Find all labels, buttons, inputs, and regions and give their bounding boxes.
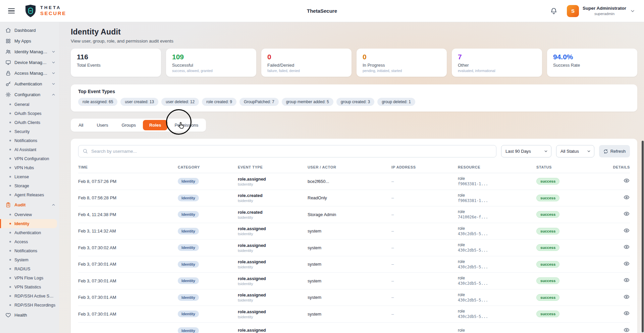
sidebar-item-health[interactable]: Health [0, 310, 59, 320]
cell-category: Identity [178, 294, 238, 301]
sidebar-item-identity[interactable]: Identity [0, 219, 57, 228]
top-event-types-panel: Top Event Types role assigned: 65user cr… [71, 84, 637, 112]
details-eye-icon[interactable] [623, 211, 630, 217]
sidebar-item-oauth-clients[interactable]: OAuth Clients [0, 118, 59, 127]
tab-groups[interactable]: Groups [115, 120, 142, 130]
details-eye-icon[interactable] [623, 227, 630, 234]
column-header: STATUS [536, 165, 603, 173]
sidebar-item-security[interactable]: Security [0, 127, 59, 136]
bullet-dot-icon [9, 167, 11, 169]
brand-logo[interactable]: THETA SECURE [24, 4, 66, 18]
bullet-dot-icon [9, 149, 11, 150]
sidebar-item-label: Health [14, 313, 27, 318]
notifications-bell-icon[interactable] [550, 7, 557, 15]
sidebar-item-vpn-configuration[interactable]: VPN Configuration [0, 154, 59, 163]
key-icon [5, 81, 11, 87]
sidebar: Dashboard My Apps Identity Management De… [0, 22, 59, 333]
sidebar-item-access[interactable]: Access [0, 237, 59, 246]
sidebar-item-system[interactable]: System [0, 255, 59, 264]
column-header: DETAILS [613, 165, 630, 173]
details-eye-icon[interactable] [623, 178, 630, 184]
stat-label: Total Events [77, 63, 155, 68]
bullet-dot-icon [9, 250, 11, 252]
sidebar-item-notifications[interactable]: Notifications [0, 246, 59, 255]
tab-users[interactable]: Users [90, 120, 114, 130]
details-eye-icon[interactable] [623, 244, 630, 251]
sidebar-item-authentication[interactable]: Authentication [0, 228, 59, 237]
chevron-down-icon [51, 60, 56, 65]
stat-card: 94.0% Success Rate [547, 49, 637, 77]
cell-event-type: role.assigned [238, 328, 308, 333]
avatar: S [567, 5, 579, 17]
sidebar-item-radius[interactable]: RADIUS [0, 264, 59, 273]
event-type-chip: group deleted: 1 [377, 98, 415, 106]
cell-ip-address: – [391, 278, 458, 283]
search-icon [83, 148, 88, 154]
sidebar-item-label: System [14, 258, 29, 262]
hamburger-menu-icon[interactable] [8, 7, 17, 15]
lock-icon [5, 70, 11, 76]
sidebar-item-ai-assistant[interactable]: AI Assistant [0, 145, 59, 154]
tab-all[interactable]: All [72, 120, 90, 130]
details-eye-icon[interactable] [623, 261, 630, 267]
cell-user-actor: bce2f650... [308, 179, 391, 184]
sidebar-item-rdp-ssh-recordings[interactable]: RDP/SSH Recordings [0, 301, 59, 310]
cell-category: Identity [178, 178, 238, 185]
refresh-button[interactable]: Refresh [599, 145, 630, 157]
sidebar-item-storage[interactable]: Storage [0, 181, 59, 190]
sidebar-item-license[interactable]: License [0, 172, 59, 181]
sidebar-item-notifications[interactable]: Notifications [0, 136, 59, 145]
sidebar-item-access-management[interactable]: Access Management [0, 68, 59, 78]
sidebar-item-label: Dashboard [14, 28, 36, 33]
stat-value: 109 [172, 53, 250, 61]
sidebar-item-audit[interactable]: Audit [0, 199, 59, 210]
sidebar-item-agent-releases[interactable]: Agent Releases [0, 190, 59, 199]
sidebar-item-oauth-scopes[interactable]: OAuth Scopes [0, 109, 59, 118]
sidebar-item-label: VPN Hubs [14, 165, 34, 170]
bullet-dot-icon [9, 295, 11, 297]
status-select[interactable]: All Status [556, 145, 594, 157]
sidebar-item-rdp-ssh-active-sessi[interactable]: RDP/SSH Active Sessi... [0, 291, 59, 301]
cell-status: success [536, 261, 603, 268]
event-type-chip: user created: 13 [120, 98, 158, 106]
details-eye-icon[interactable] [623, 327, 630, 333]
page-scrollbar[interactable] [642, 141, 644, 332]
sidebar-item-identity-management[interactable]: Identity Management [0, 46, 59, 57]
sidebar-item-device-management[interactable]: Device Management [0, 57, 59, 68]
details-eye-icon[interactable] [623, 294, 630, 301]
bullet-dot-icon [9, 214, 11, 215]
user-menu[interactable]: S Super Administrator superadmin [567, 5, 635, 17]
sidebar-item-authentication[interactable]: Authentication [0, 78, 59, 89]
details-eye-icon[interactable] [623, 310, 630, 317]
sidebar-item-general[interactable]: General [0, 100, 59, 109]
chevron-down-icon [51, 50, 56, 54]
details-eye-icon[interactable] [623, 194, 630, 201]
sidebar-item-dashboard[interactable]: Dashboard [0, 25, 59, 36]
details-eye-icon[interactable] [623, 277, 630, 284]
sidebar-item-configuration[interactable]: Configuration [0, 89, 59, 100]
cell-ip-address: – [391, 195, 458, 200]
stat-label: In Progress [363, 63, 441, 68]
stat-label: Successful [172, 63, 250, 68]
stat-value: 0 [267, 53, 345, 61]
sidebar-item-vpn-statistics[interactable]: VPN Statistics [0, 282, 59, 291]
search-input[interactable] [78, 145, 496, 157]
sidebar-item-vpn-flow-logs[interactable]: VPN Flow Logs [0, 273, 59, 282]
tab-permissions[interactable]: Permissions [168, 120, 205, 130]
cell-resource: role 430c2db5-5... [458, 259, 536, 269]
sidebar-item-label: Configuration [14, 92, 40, 97]
tab-roles[interactable]: Roles [143, 120, 167, 130]
date-range-select[interactable]: Last 90 Days [501, 145, 551, 157]
cell-resource: role 430c2db5-5... [458, 309, 536, 319]
status-badge: success [536, 195, 559, 201]
sidebar-item-label: Security [14, 129, 30, 134]
sidebar-item-overview[interactable]: Overview [0, 210, 59, 219]
top-event-types-title: Top Event Types [78, 89, 630, 94]
bullet-dot-icon [9, 286, 11, 288]
cell-user-actor: system [308, 262, 391, 267]
sidebar-item-vpn-hubs[interactable]: VPN Hubs [0, 163, 59, 172]
table-row: Feb 4, 11:24:38 PM Identity role.created… [78, 206, 630, 223]
cell-category: Identity [178, 327, 238, 333]
bullet-dot-icon [9, 277, 11, 279]
sidebar-item-my-apps[interactable]: My Apps [0, 36, 59, 46]
